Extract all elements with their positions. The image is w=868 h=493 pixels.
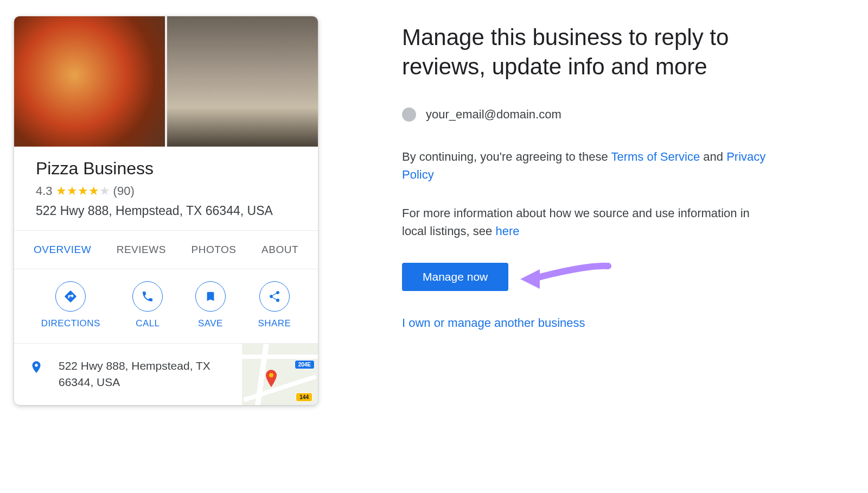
info-here-link[interactable]: here <box>495 224 519 238</box>
star-icon: ★ <box>88 184 99 198</box>
account-row: your_email@domain.com <box>402 108 775 122</box>
tab-reviews[interactable]: REVIEWS <box>113 231 169 269</box>
review-count: (90) <box>113 184 135 198</box>
avatar <box>402 108 416 122</box>
business-card: Pizza Business 4.3 ★ ★ ★ ★ ★ (90) 522 Hw… <box>14 16 318 405</box>
location-pin-icon <box>29 359 43 377</box>
terms-of-service-link[interactable]: Terms of Service <box>611 150 700 163</box>
page-heading: Manage this business to reply to reviews… <box>402 23 775 81</box>
action-row: DIRECTIONS CALL SAVE SHARE <box>14 269 318 344</box>
directions-label: DIRECTIONS <box>41 318 100 329</box>
photo-food[interactable] <box>14 16 165 147</box>
manage-panel: Manage this business to reply to reviews… <box>318 16 784 477</box>
star-icon: ★ <box>78 184 88 198</box>
info-text: For more information about how we source… <box>402 204 775 240</box>
account-email: your_email@domain.com <box>426 108 561 122</box>
call-icon <box>132 281 163 312</box>
business-name: Pizza Business <box>36 159 296 179</box>
bookmark-icon <box>195 281 226 312</box>
directions-button[interactable]: DIRECTIONS <box>41 281 100 329</box>
rating-stars: ★ ★ ★ ★ ★ <box>56 184 110 198</box>
star-icon: ★ <box>67 184 78 198</box>
rating-row[interactable]: 4.3 ★ ★ ★ ★ ★ (90) <box>36 184 296 198</box>
route-shield: 204E <box>295 360 315 369</box>
photo-row <box>14 16 318 147</box>
terms-prefix: By continuing, you're agreeing to these <box>402 150 611 163</box>
share-label: SHARE <box>258 318 291 329</box>
call-button[interactable]: CALL <box>132 281 163 329</box>
photo-interior[interactable] <box>167 16 318 147</box>
terms-text: By continuing, you're agreeing to these … <box>402 148 775 184</box>
star-icon: ★ <box>99 184 110 198</box>
info-prefix: For more information about how we source… <box>402 206 750 238</box>
save-button[interactable]: SAVE <box>195 281 226 329</box>
tab-about[interactable]: ABOUT <box>258 231 302 269</box>
call-label: CALL <box>136 318 159 329</box>
share-button[interactable]: SHARE <box>258 281 291 329</box>
annotation-arrow-icon <box>516 261 614 293</box>
save-label: SAVE <box>198 318 223 329</box>
terms-and: and <box>700 150 726 163</box>
tab-photos[interactable]: PHOTOS <box>188 231 240 269</box>
route-shield: 144 <box>296 393 312 402</box>
svg-point-0 <box>269 373 273 377</box>
business-header: Pizza Business 4.3 ★ ★ ★ ★ ★ (90) 522 Hw… <box>14 147 318 230</box>
own-another-business-link[interactable]: I own or manage another business <box>402 316 775 330</box>
star-icon: ★ <box>56 184 67 198</box>
map-marker-icon <box>265 370 278 387</box>
map-thumbnail[interactable]: 204E 144 <box>242 344 318 405</box>
tab-overview[interactable]: OVERVIEW <box>30 231 94 269</box>
address-text: 522 Hwy 888, Hempstead, TX 66344, USA <box>59 358 231 391</box>
address-row[interactable]: 522 Hwy 888, Hempstead, TX 66344, USA 20… <box>14 344 318 405</box>
rating-value: 4.3 <box>36 184 53 198</box>
directions-icon <box>55 281 86 312</box>
manage-now-button[interactable]: Manage now <box>402 263 508 291</box>
share-icon <box>259 281 290 312</box>
business-address: 522 Hwy 888, Hempstead, TX 66344, USA <box>36 204 296 218</box>
tab-bar: OVERVIEW REVIEWS PHOTOS ABOUT <box>14 230 318 269</box>
